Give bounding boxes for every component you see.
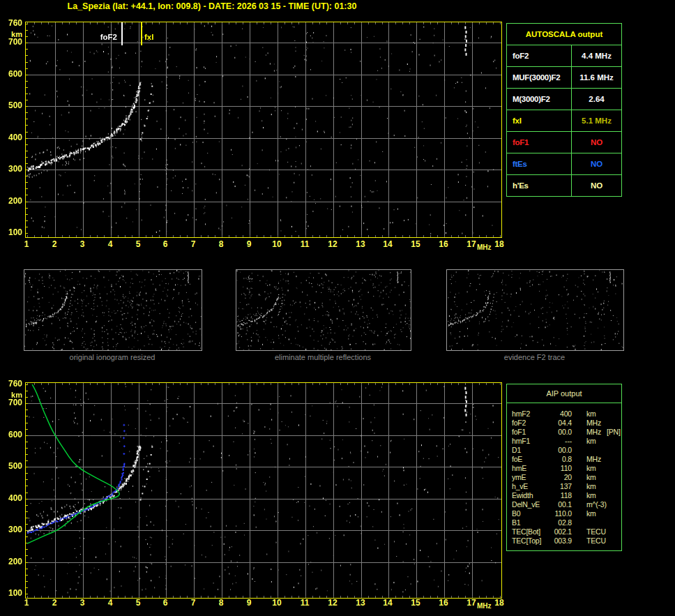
- aip-param: DelN_vE: [512, 500, 540, 509]
- autoscala-output-table: AUTOSCALA output foF24.4 MHzMUF(3000)F21…: [506, 23, 622, 197]
- aip-row: Ewidth118km: [512, 491, 621, 500]
- aip-param: Ewidth: [512, 491, 533, 500]
- y-tick-label: 100: [1, 228, 22, 236]
- aip-value: ---: [543, 437, 572, 446]
- aip-row: hmE110km: [512, 464, 621, 473]
- processing-panel: [24, 269, 202, 351]
- y-tick-label: 600: [1, 430, 22, 439]
- y-tick-label: 700: [1, 38, 22, 46]
- autoscala-row: fxI5.1 MHz: [507, 110, 621, 131]
- aip-row: B0110.0km: [512, 509, 621, 518]
- aip-unit: km: [586, 482, 596, 491]
- x-tick-label: 9: [241, 599, 257, 607]
- x-tick-label: 12: [324, 240, 341, 248]
- aip-value: 003.9: [543, 536, 572, 546]
- aip-param: ymE: [512, 473, 526, 482]
- autoscala-param: ftEs: [507, 153, 572, 174]
- aip-param: h_vE: [512, 482, 528, 491]
- autoscala-value: 11.6 MHz: [572, 67, 621, 88]
- x-tick-label: 6: [157, 599, 174, 607]
- fof2-marker-label: foF2: [78, 33, 117, 41]
- aip-unit: km: [586, 464, 596, 473]
- x-tick-label: 10: [268, 599, 285, 607]
- autoscala-table-title: AUTOSCALA output: [507, 24, 621, 45]
- autoscala-param: foF1: [507, 132, 572, 153]
- autoscala-value: 5.1 MHz: [572, 110, 621, 131]
- processing-panel-canvas: [447, 270, 623, 350]
- x-tick-label: 16: [435, 240, 452, 248]
- x-tick-label: 11: [296, 240, 313, 248]
- aip-value: 137: [543, 482, 572, 491]
- processing-panel-canvas: [24, 270, 202, 350]
- aip-param: B1: [512, 518, 520, 527]
- x-tick-label: 13: [352, 240, 369, 248]
- processing-panel: [446, 269, 624, 351]
- x-tick-label: 3: [74, 599, 91, 607]
- aip-row: TEC[Bot]002.1TECU: [512, 527, 621, 536]
- aip-param: hmF2: [512, 410, 530, 419]
- x-tick-label: 15: [407, 599, 424, 607]
- x-tick-label: 6: [157, 240, 174, 248]
- y-tick-label: 300: [1, 525, 22, 534]
- x-tick-label: 10: [268, 240, 285, 248]
- bottom-ionogram-canvas: [25, 382, 502, 599]
- x-tick-label: 8: [213, 599, 229, 607]
- aip-value: 110.0: [543, 509, 572, 518]
- aip-value: 20: [543, 473, 572, 482]
- x-tick-label: 14: [379, 599, 396, 607]
- aip-unit: MHz: [586, 419, 601, 428]
- aip-row: h_vE137km: [512, 482, 621, 491]
- aip-param: hmF1: [512, 437, 530, 446]
- x-tick-label: 5: [130, 599, 146, 607]
- x-tick-label: 18: [491, 240, 508, 248]
- y-tick-label: 100: [1, 589, 22, 597]
- x-tick-label: 7: [185, 240, 202, 248]
- x-tick-label: 15: [407, 240, 424, 248]
- aip-unit: MHz: [586, 455, 601, 464]
- aip-param: foF1: [512, 428, 526, 437]
- x-tick-label: 7: [185, 599, 202, 607]
- aip-param: TEC[Bot]: [512, 527, 540, 536]
- aip-row: DelN_vE00.1m^(-3): [512, 500, 621, 509]
- y-tick-label: 760: [1, 380, 22, 388]
- autoscala-param: h'Es: [507, 175, 572, 196]
- x-tick-label: 8: [213, 240, 229, 248]
- x-tick-label: 13: [352, 599, 369, 607]
- aip-unit: MHz: [586, 428, 601, 437]
- aip-value: 110: [543, 464, 572, 473]
- aip-value: 002.1: [543, 527, 572, 536]
- aip-unit: TECU: [586, 536, 606, 546]
- processing-panel-canvas: [236, 270, 411, 350]
- y-tick-label: 500: [1, 101, 22, 110]
- x-tick-label: 9: [241, 240, 257, 248]
- station-title: La_Spezia (lat: +44.1, lon: 009.8) - DAT…: [0, 1, 424, 11]
- autoscala-param: foF2: [507, 45, 572, 66]
- aip-value: 00.1: [543, 500, 572, 509]
- aip-value: 04.4: [543, 419, 572, 428]
- autoscala-row: ftEsNO: [507, 153, 621, 174]
- panel-caption: evidence F2 trace: [446, 353, 623, 361]
- x-tick-label: 14: [379, 240, 396, 248]
- autoscala-value: 4.4 MHz: [572, 45, 621, 66]
- x-tick-label: 5: [130, 240, 146, 248]
- autoscala-value: NO: [572, 175, 621, 196]
- x-tick-label: 16: [435, 599, 452, 607]
- autoscala-param: M(3000)F2: [507, 89, 572, 110]
- y-tick-label: 700: [1, 398, 22, 407]
- y-tick-label: 500: [1, 462, 22, 470]
- aip-unit: km: [586, 509, 596, 518]
- autoscala-row: MUF(3000)F211.6 MHz: [507, 66, 621, 88]
- aip-param: TEC[Top]: [512, 536, 541, 546]
- aip-value: 00.0: [543, 446, 572, 455]
- x-tick-label: 4: [102, 599, 119, 607]
- autoscala-param: fxI: [507, 110, 572, 131]
- x-tick-label: 17: [463, 240, 480, 248]
- x-tick-label: 11: [296, 599, 313, 607]
- autoscala-value: NO: [572, 153, 621, 174]
- autoscala-param: MUF(3000)F2: [507, 67, 572, 88]
- aip-unit: km: [586, 473, 596, 482]
- top-ionogram-canvas: [25, 22, 502, 238]
- processing-panel: [236, 269, 411, 351]
- aip-row: foE0.8MHz: [512, 455, 621, 464]
- aip-value: 0.8: [543, 455, 572, 464]
